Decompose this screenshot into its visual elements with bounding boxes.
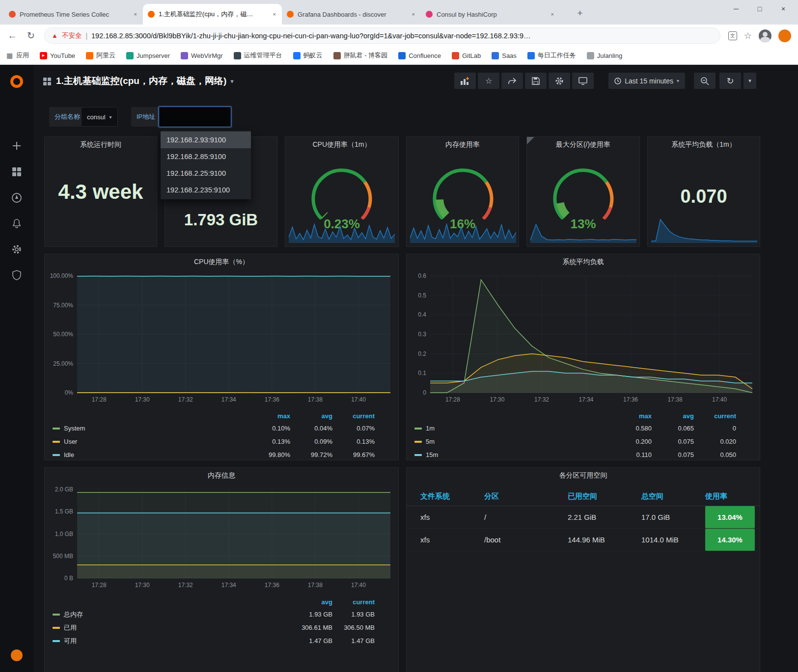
svg-text:25.00%: 25.00% — [53, 360, 73, 367]
table-column-header[interactable]: 使用率 — [705, 487, 755, 506]
table-header-row: 文件系统分区已用空间总空间使用率 — [407, 487, 760, 506]
table-column-header[interactable]: 总空间 — [641, 487, 705, 506]
legend-column-header[interactable]: current — [694, 412, 736, 420]
legend-value: 0.075 — [652, 451, 694, 458]
zoom-out-button[interactable] — [694, 73, 715, 89]
close-button[interactable]: × — [771, 0, 795, 18]
star-dashboard-button[interactable]: ☆ — [478, 73, 499, 89]
legend-series-name[interactable]: 15m — [414, 451, 609, 458]
bookmark-item[interactable]: 阿里云 — [86, 51, 115, 60]
refresh-interval-caret[interactable]: ▾ — [743, 73, 756, 89]
dropdown-option[interactable]: 192.168.2.85:9100 — [161, 148, 251, 165]
legend-column-header[interactable]: avg — [290, 412, 332, 420]
grafana-logo-icon[interactable] — [0, 72, 33, 91]
legend-swatch — [53, 640, 60, 642]
legend-column-header[interactable]: avg — [290, 598, 332, 606]
refresh-dashboard-button[interactable]: ↻ — [719, 73, 741, 89]
security-label[interactable]: 不安全 — [62, 31, 82, 40]
legend-series-label: 1m — [426, 425, 435, 432]
legend-series-name[interactable]: 1m — [414, 425, 609, 432]
back-icon[interactable]: ← — [7, 30, 18, 41]
tab-close-icon[interactable]: × — [133, 10, 138, 18]
configuration-gear-icon[interactable] — [0, 239, 33, 260]
legend-column-header[interactable]: current — [332, 412, 375, 420]
panel-title[interactable]: 最大分区(/)使用率 — [527, 140, 639, 149]
legend-column-header[interactable]: max — [609, 412, 652, 420]
panel-title[interactable]: 系统运行时间 — [45, 140, 157, 149]
bookmark-item[interactable]: 蚂蚁云 — [293, 51, 323, 60]
legend-column-header[interactable]: max — [248, 412, 290, 420]
browser-update-icon[interactable] — [778, 29, 791, 42]
tab-close-icon[interactable]: × — [550, 10, 555, 18]
bookmark-item[interactable]: GitLab — [452, 52, 481, 59]
add-icon[interactable] — [0, 135, 33, 157]
browser-tab-bar: Prometheus Time Series Collec×1.主机基础监控(c… — [0, 0, 798, 25]
panel-title[interactable]: 内存信息 — [45, 471, 398, 480]
panel-title[interactable]: 各分区可用空间 — [407, 471, 760, 480]
alerting-bell-icon[interactable] — [0, 213, 33, 234]
bookmark-item[interactable]: ▦应用 — [6, 51, 29, 60]
panel-title[interactable]: 内存使用率 — [407, 140, 519, 149]
legend-series-name[interactable]: System — [53, 425, 248, 432]
browser-tab[interactable]: Consul by HashiCorp× — [421, 4, 560, 25]
browser-tab[interactable]: Prometheus Time Series Collec× — [4, 4, 143, 25]
bookmark-item[interactable]: ▶YouTube — [40, 52, 75, 59]
bookmark-item[interactable]: WebVirMgr — [181, 52, 223, 59]
legend-value: 0.200 — [609, 438, 652, 445]
bookmark-item[interactable]: 运维管理平台 — [234, 51, 282, 60]
maximize-button[interactable]: □ — [748, 0, 771, 18]
cpu-gauge-arc — [298, 156, 386, 219]
bookmark-item[interactable]: Julanling — [587, 52, 622, 59]
minimize-button[interactable]: ─ — [724, 0, 748, 18]
legend-series-name[interactable]: Idle — [53, 451, 248, 458]
profile-avatar[interactable] — [759, 29, 771, 42]
dashboard-title[interactable]: 1.主机基础监控(cpu，内存，磁盘，网络) ▾ — [56, 75, 234, 87]
time-range-picker[interactable]: Last 15 minutes ▾ — [608, 73, 685, 89]
panel-title[interactable]: CPU使用率（1m） — [285, 140, 398, 149]
panel-title[interactable]: 系统平均负载 — [407, 258, 760, 267]
legend-series-name[interactable]: 5m — [414, 438, 609, 445]
table-column-header[interactable]: 文件系统 — [420, 487, 484, 506]
browser-tab[interactable]: Grafana Dashboards - discover× — [282, 4, 421, 25]
dropdown-option[interactable]: 192.168.2.93:9100 — [161, 132, 251, 148]
bookmark-item[interactable]: 胖鼠君 - 博客园 — [333, 51, 388, 60]
add-panel-button[interactable] — [454, 73, 476, 89]
bookmark-star-icon[interactable]: ☆ — [744, 30, 752, 41]
panel-disk-gauge: 最大分区(/)使用率 13% — [526, 136, 640, 247]
legend-series-name[interactable]: 已用 — [53, 623, 290, 632]
bookmark-item[interactable]: 每日工作任务 — [527, 51, 576, 60]
admin-shield-icon[interactable] — [0, 264, 33, 286]
table-column-header[interactable]: 分区 — [484, 487, 568, 506]
dropdown-option[interactable]: 192.168.2.235:9100 — [161, 182, 251, 198]
new-tab-button[interactable]: + — [574, 7, 586, 20]
bookmark-item[interactable]: Saas — [492, 52, 517, 59]
browser-tab[interactable]: 1.主机基础监控(cpu，内存，磁…× — [143, 4, 282, 25]
group-filter-value[interactable]: consul ▾ — [81, 107, 118, 127]
url-field[interactable]: ▲ 不安全 | 192.168.2.85:3000/d/Bkl9bBYik/1-… — [44, 27, 720, 44]
cycle-view-tv-button[interactable] — [572, 73, 594, 89]
bookmark-item[interactable]: Jumpserver — [126, 52, 170, 59]
bookmark-item[interactable]: Confluence — [398, 52, 441, 59]
legend-series-name[interactable]: User — [53, 438, 248, 445]
share-dashboard-button[interactable] — [501, 73, 523, 89]
explore-compass-icon[interactable] — [0, 187, 33, 209]
tab-close-icon[interactable]: × — [411, 10, 416, 18]
dashboards-icon[interactable] — [0, 161, 33, 183]
table-column-header[interactable]: 已用空间 — [568, 487, 641, 506]
ip-filter-input[interactable] — [159, 107, 231, 127]
panel-title[interactable]: 系统平均负载（1m） — [648, 140, 760, 149]
help-avatar-icon[interactable] — [0, 645, 33, 666]
legend-column-header[interactable]: avg — [652, 412, 694, 420]
panel-title[interactable]: CPU使用率（%） — [45, 258, 398, 267]
tab-close-icon[interactable]: × — [272, 10, 277, 18]
legend-column-header[interactable]: current — [332, 598, 375, 606]
translate-icon[interactable]: 文 — [728, 31, 737, 40]
dropdown-option[interactable]: 192.168.2.25:9100 — [161, 165, 251, 182]
legend-series-name[interactable]: 总内存 — [53, 610, 290, 619]
save-dashboard-button[interactable] — [525, 73, 547, 89]
legend-series-name[interactable]: 可用 — [53, 637, 290, 645]
refresh-icon[interactable]: ↻ — [26, 30, 36, 41]
table-cell: /boot — [484, 529, 568, 551]
legend-value: 0.10% — [248, 425, 290, 432]
dashboard-settings-button[interactable] — [549, 73, 570, 89]
